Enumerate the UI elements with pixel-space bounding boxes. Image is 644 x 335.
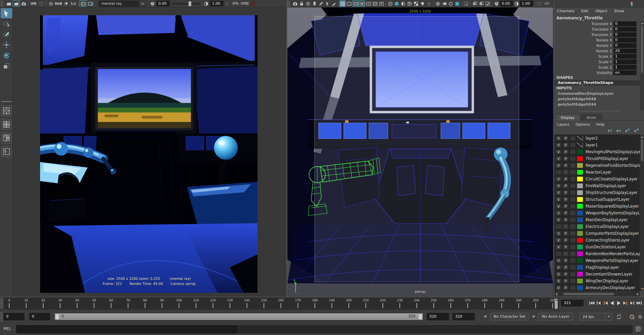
layer-playback-toggle[interactable]: P [563,265,569,270]
layer-name[interactable]: MainDecDisplayLayer [586,217,628,222]
layer-name[interactable]: ArmouryDecDisplayLayer [586,285,635,290]
layer-name[interactable]: ConnectingStairsLayer [586,238,630,243]
renderer-dropdown[interactable]: mental ray [99,1,146,7]
current-frame-field[interactable]: 321 [561,300,584,306]
layer-visibility-toggle[interactable]: V [556,217,561,222]
layer-row[interactable]: VPGunDecStationLayer [554,244,640,250]
move-tool[interactable] [1,40,12,50]
layer-visibility-toggle[interactable]: V [556,258,561,263]
timeline-tick[interactable]: 280 [480,299,489,308]
timeline-tick[interactable]: 240 [412,299,422,308]
channel-attribute-label[interactable]: Rotate X [554,38,613,42]
alpha-channel-icon[interactable] [62,0,70,7]
scrollbar-thumb[interactable] [641,139,643,161]
timeline-tick[interactable]: 30 [55,299,65,308]
exposure-slider[interactable] [172,3,200,4]
go-to-end-button[interactable] [636,299,643,307]
animation-start-field[interactable]: 0 [3,313,24,320]
layer-name[interactable]: WeaponBaySytemsDisplayLayer [586,211,640,215]
layer-playback-toggle[interactable]: P [563,177,569,181]
character-set-selector[interactable]: No Character Set [490,313,529,320]
play-forwards-button[interactable] [615,299,622,307]
channel-attribute-value[interactable]: 0 [613,43,637,48]
scroll-down-icon[interactable] [641,288,644,290]
layer-color-swatch[interactable] [577,197,583,202]
channel-attribute-value[interactable]: 0 [613,32,637,37]
layer-name[interactable]: ComputerPartsDisplaylayer [586,231,639,236]
channel-attribute-label[interactable]: Scale Z [554,65,613,70]
animation-preferences-icon[interactable] [636,313,644,320]
layer-visibility-toggle[interactable]: V [556,272,561,277]
channel-attribute-label[interactable]: Rotate Z [554,49,613,53]
layer-color-swatch[interactable] [577,136,583,141]
layer-displaytype-toggle[interactable] [570,272,576,277]
channel-box-scrollbar[interactable] [640,21,644,110]
channel-attribute-value[interactable]: 1 [613,59,637,64]
layer-row[interactable]: VPDecomtamShowerLayer [554,271,640,278]
layout-single-pane-button[interactable] [1,105,12,116]
layer-displaytype-toggle[interactable] [570,245,576,249]
timeline-tick[interactable]: 40 [72,299,82,308]
layer-name[interactable]: StructualSupportLayer [586,197,630,202]
layer-color-swatch[interactable] [577,177,583,181]
anim-layer-menu-icon[interactable] [532,316,535,318]
layer-playback-toggle[interactable]: P [563,149,569,154]
layer-visibility-toggle[interactable]: V [556,190,561,195]
layer-displaytype-toggle[interactable] [570,211,576,215]
exposure-field[interactable]: 0.00 [156,1,170,6]
film-gate-icon[interactable] [346,0,352,7]
keep-image-icon[interactable] [79,0,87,7]
layer-playback-toggle[interactable]: P [563,163,569,168]
layer-playback-toggle[interactable]: P [563,197,569,202]
layer-visibility-toggle[interactable]: V [556,211,561,215]
layer-name[interactable]: ThrustPitDisplayLayer [586,156,628,161]
layer-row[interactable]: VPComputerPartsDisplaylayer [554,230,640,237]
layer-row[interactable]: VPConnectingStairsLayer [554,237,640,244]
timeline-tick[interactable]: 180 [310,299,320,308]
layout-split-button[interactable] [1,133,12,143]
update-icon[interactable] [447,0,454,7]
layer-displaytype-toggle[interactable] [570,285,576,290]
layer-visibility-toggle[interactable] [556,224,561,229]
layer-move-up-icon[interactable] [607,128,613,133]
toolbar-drag-handle[interactable] [1,1,4,7]
timeline-tick[interactable]: 300 [514,299,523,308]
layer-color-swatch[interactable] [577,217,583,222]
layer-visibility-toggle[interactable]: V [556,163,561,168]
menu-options[interactable]: Options [575,122,590,127]
scrollbar-thumb[interactable] [563,293,614,295]
layer-name[interactable]: layer2 [586,136,598,141]
layout-outliner-button[interactable] [1,146,12,157]
layer-playback-toggle[interactable]: P [563,279,569,283]
next-key-button[interactable] [629,299,636,307]
playback-start-field[interactable]: 0 [29,313,50,320]
channel-attribute-value[interactable]: 1 [613,65,637,70]
timeline-tick[interactable]: 230 [395,299,405,308]
channel-attribute-value[interactable]: 25 [613,49,637,53]
grid-icon[interactable] [339,0,346,7]
layer-color-swatch[interactable] [577,190,583,195]
layer-row[interactable]: VPRegenativeFluidSorterDisplayLayer [554,162,640,169]
layer-color-swatch[interactable] [577,245,583,249]
timeline-drag-handle[interactable] [0,298,3,308]
grease-pencil-icon[interactable] [330,0,337,7]
input-node[interactable]: polySoftEdge5048 [554,96,640,102]
workspace-icon[interactable] [629,1,634,6]
layer-playback-toggle[interactable]: P [563,211,569,215]
timeline-tick[interactable]: 310 [531,299,540,308]
layer-color-swatch[interactable] [577,183,583,188]
scrollbar-thumb[interactable] [641,25,643,73]
layer-visibility-toggle[interactable]: V [556,285,561,290]
color-management-badge[interactable]: off [535,2,543,6]
layer-move-down-icon[interactable] [615,128,622,133]
command-line-mode-label[interactable]: MEL [3,327,11,331]
isolate-select-icon[interactable] [463,0,469,7]
shaded-icon[interactable] [393,0,400,7]
layer-playback-toggle[interactable]: P [563,170,569,175]
render-settings-icon[interactable] [47,0,55,7]
contrast-icon[interactable] [202,0,210,7]
select-camera-icon[interactable] [292,0,298,7]
scale-tool[interactable] [1,61,12,71]
field-chart-icon[interactable] [365,0,372,7]
layer-name[interactable]: ShipStructureDisplayLayer [586,190,638,195]
